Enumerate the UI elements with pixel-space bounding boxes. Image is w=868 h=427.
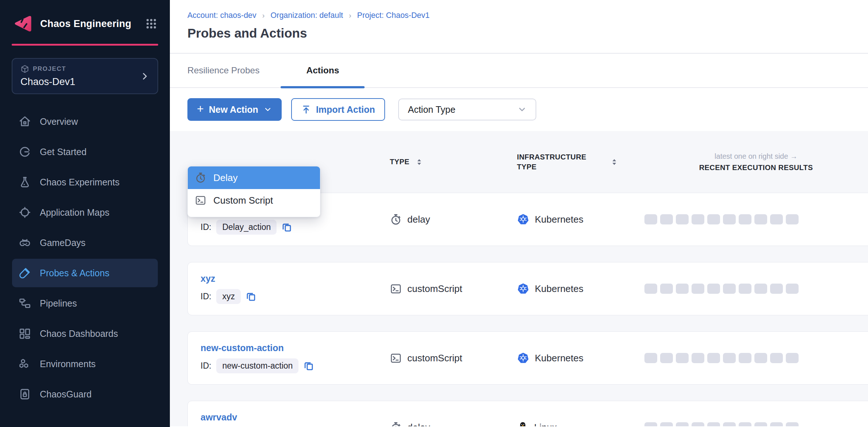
terminal-icon — [195, 195, 206, 206]
execution-result-placeholder — [786, 214, 799, 224]
sort-icon[interactable] — [611, 158, 617, 166]
infrastructure-cell: Kubernetes — [517, 352, 644, 364]
sidebar-item-chaosguard[interactable]: ChaosGuard — [12, 380, 158, 408]
execution-result-placeholder — [770, 422, 783, 426]
sort-icon[interactable] — [416, 158, 422, 166]
infrastructure-value: Kubernetes — [535, 214, 583, 225]
action-id-row: ID: xyz — [201, 289, 390, 304]
sidebar-item-application-maps[interactable]: Application Maps — [12, 198, 158, 227]
sidebar-item-label: Environments — [40, 359, 96, 369]
execution-result-placeholder — [676, 284, 689, 294]
type-cell: delay — [390, 214, 517, 225]
guard-lock-icon — [19, 388, 31, 400]
new-action-button[interactable]: + New Action — [187, 98, 282, 121]
chevron-right-icon — [140, 72, 149, 81]
type-value: delay — [407, 422, 430, 427]
name-cell: new-custom-action ID: new-custom-action — [188, 343, 390, 373]
sidebar-item-environments[interactable]: Environments — [12, 350, 158, 378]
execution-result-placeholder — [644, 353, 657, 363]
sidebar-item-get-started[interactable]: Get Started — [12, 138, 158, 166]
breadcrumb-account[interactable]: Account: chaos-dev — [187, 11, 256, 20]
menu-item-label: Delay — [213, 172, 237, 184]
table-header-type[interactable]: TYPE — [390, 158, 517, 166]
execution-result-placeholder — [676, 353, 689, 363]
terminal-icon — [390, 353, 401, 364]
action-type-select[interactable]: Action Type — [398, 99, 536, 120]
execution-result-placeholder — [723, 284, 736, 294]
recent-execution-results — [644, 284, 868, 294]
table-header-results: latest one on right side → RECENT EXECUT… — [644, 152, 868, 172]
execution-result-placeholder — [770, 353, 783, 363]
app-root: Chaos Engineering PROJECT Chaos-Dev1 Ove — [0, 0, 868, 427]
infrastructure-cell: Kubernetes — [517, 283, 644, 295]
execution-result-placeholder — [692, 353, 704, 363]
linux-icon — [517, 422, 528, 426]
execution-result-placeholder — [692, 214, 704, 224]
execution-result-placeholder — [692, 284, 704, 294]
recent-execution-results — [644, 422, 868, 426]
execution-result-placeholder — [660, 422, 673, 426]
infrastructure-cell: Linux — [517, 422, 644, 426]
id-label: ID: — [201, 292, 211, 301]
project-selector[interactable]: PROJECT Chaos-Dev1 — [12, 58, 158, 94]
page-header: Account: chaos-dev › Organization: defau… — [170, 0, 868, 54]
sidebar-item-chaos-dashboards[interactable]: Chaos Dashboards — [12, 319, 158, 348]
breadcrumb-organization[interactable]: Organization: default — [271, 11, 343, 20]
menu-item-label: Custom Script — [213, 195, 273, 206]
sidebar-item-label: ChaosGuard — [40, 389, 92, 400]
tab-actions[interactable]: Actions — [281, 54, 365, 87]
action-name-link[interactable]: new-custom-action — [201, 343, 284, 353]
sidebar-item-gamedays[interactable]: GameDays — [12, 228, 158, 257]
sidebar-item-probes-actions[interactable]: Probes & Actions — [12, 259, 158, 287]
action-type-value: Action Type — [408, 104, 517, 115]
execution-result-placeholder — [707, 353, 720, 363]
execution-result-placeholder — [754, 284, 767, 294]
execution-result-placeholder — [707, 284, 720, 294]
breadcrumb-project[interactable]: Project: Chaos-Dev1 — [357, 11, 430, 20]
execution-result-placeholder — [707, 214, 720, 224]
action-name-link[interactable]: xyz — [201, 273, 215, 284]
id-label: ID: — [201, 361, 211, 371]
menu-item-delay[interactable]: Delay — [188, 166, 320, 189]
table-header-infrastructure[interactable]: INFRASTRUCTURE TYPE — [517, 152, 644, 172]
id-label: ID: — [201, 222, 211, 232]
stopwatch-icon — [195, 172, 206, 183]
execution-result-placeholder — [786, 353, 799, 363]
terminal-icon — [390, 283, 401, 295]
action-id-value: xyz — [216, 289, 241, 304]
execution-result-placeholder — [739, 353, 751, 363]
gamepad-icon — [19, 236, 31, 249]
sidebar-item-pipelines[interactable]: Pipelines — [12, 289, 158, 318]
breadcrumb-separator: › — [262, 11, 265, 20]
execution-result-placeholder — [739, 284, 751, 294]
import-action-label: Import Action — [316, 104, 375, 115]
sidebar-item-overview[interactable]: Overview — [12, 107, 158, 136]
sidebar-item-label: Chaos Dashboards — [40, 328, 118, 339]
dashboards-icon — [19, 327, 31, 340]
sidebar-item-label: Chaos Experiments — [40, 177, 119, 188]
copy-icon[interactable] — [304, 361, 314, 371]
copy-icon[interactable] — [246, 292, 256, 302]
environments-hexagons-icon — [19, 358, 31, 370]
menu-item-custom-script[interactable]: Custom Script — [188, 189, 320, 212]
flask-icon — [19, 176, 31, 188]
sidebar-item-chaos-experiments[interactable]: Chaos Experiments — [12, 168, 158, 196]
table-row: xyz ID: xyz customScript Kubernetes — [187, 262, 868, 315]
type-value: delay — [407, 214, 430, 225]
target-icon — [19, 206, 31, 219]
app-switcher-grid-icon[interactable] — [145, 18, 157, 30]
execution-result-placeholder — [644, 284, 657, 294]
copy-icon[interactable] — [282, 222, 292, 232]
import-action-button[interactable]: Import Action — [291, 98, 385, 121]
import-icon — [301, 105, 311, 114]
kubernetes-icon — [517, 283, 529, 295]
type-value: customScript — [407, 353, 462, 364]
execution-result-placeholder — [660, 353, 673, 363]
tab-resilience-probes[interactable]: Resilience Probes — [187, 54, 259, 87]
project-info: PROJECT Chaos-Dev1 — [20, 65, 140, 88]
action-name-link[interactable]: awrvadv — [201, 412, 237, 423]
results-order-hint: latest one on right side → — [715, 152, 797, 161]
kubernetes-icon — [517, 352, 529, 364]
breadcrumb-separator: › — [349, 11, 351, 20]
sidebar-item-label: Get Started — [40, 147, 87, 157]
